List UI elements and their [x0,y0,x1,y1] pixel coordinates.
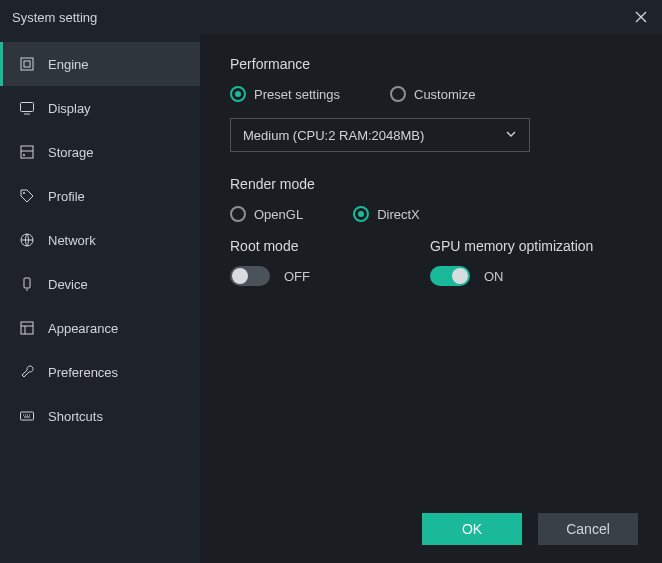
sidebar-item-label: Network [48,233,96,248]
storage-icon [18,143,36,161]
sidebar-item-network[interactable]: Network [0,218,200,262]
render-radio-group: OpenGL DirectX [230,206,420,222]
radio-dot-icon [230,206,246,222]
svg-point-4 [23,154,25,156]
sidebar-item-storage[interactable]: Storage [0,130,200,174]
window-title: System setting [12,10,97,25]
radio-preset-settings[interactable]: Preset settings [230,86,340,102]
ok-button[interactable]: OK [422,513,522,545]
svg-rect-1 [24,61,30,67]
radio-dot-icon [230,86,246,102]
chevron-down-icon [505,128,517,143]
radio-label: DirectX [377,207,420,222]
close-icon [635,11,647,23]
gpu-toggle-label: ON [484,269,504,284]
globe-icon [18,231,36,249]
radio-dot-icon [390,86,406,102]
svg-rect-2 [21,103,34,112]
sidebar-item-appearance[interactable]: Appearance [0,306,200,350]
svg-rect-3 [21,146,33,158]
root-title: Root mode [230,238,370,254]
gpu-optimization-toggle[interactable] [430,266,470,286]
render-title: Render mode [230,176,632,192]
sidebar-item-label: Profile [48,189,85,204]
sidebar-item-engine[interactable]: Engine [0,42,200,86]
sidebar: Engine Display Storage Profile Network D… [0,34,200,563]
toggle-knob-icon [232,268,248,284]
close-button[interactable] [632,8,650,26]
toggle-knob-icon [452,268,468,284]
sidebar-item-label: Storage [48,145,94,160]
svg-rect-0 [21,58,33,70]
svg-rect-9 [21,412,34,420]
sidebar-item-shortcuts[interactable]: Shortcuts [0,394,200,438]
sidebar-item-preferences[interactable]: Preferences [0,350,200,394]
gpu-title: GPU memory optimization [430,238,593,254]
radio-label: Preset settings [254,87,340,102]
sidebar-item-label: Shortcuts [48,409,103,424]
engine-icon [18,55,36,73]
radio-label: OpenGL [254,207,303,222]
performance-radio-group: Preset settings Customize [230,86,475,102]
sidebar-item-label: Device [48,277,88,292]
radio-dot-icon [353,206,369,222]
radio-directx[interactable]: DirectX [353,206,420,222]
sidebar-item-label: Appearance [48,321,118,336]
radio-customize[interactable]: Customize [390,86,475,102]
svg-rect-8 [21,322,33,334]
sidebar-item-label: Display [48,101,91,116]
root-toggle-label: OFF [284,269,310,284]
sidebar-item-label: Preferences [48,365,118,380]
device-icon [18,275,36,293]
radio-label: Customize [414,87,475,102]
main-panel: Performance Preset settings Customize Me… [200,34,662,563]
dropdown-value: Medium (CPU:2 RAM:2048MB) [243,128,424,143]
display-icon [18,99,36,117]
performance-preset-dropdown[interactable]: Medium (CPU:2 RAM:2048MB) [230,118,530,152]
sidebar-item-profile[interactable]: Profile [0,174,200,218]
tag-icon [18,187,36,205]
keyboard-icon [18,407,36,425]
svg-rect-7 [24,278,30,288]
sidebar-item-label: Engine [48,57,88,72]
sidebar-item-device[interactable]: Device [0,262,200,306]
sidebar-item-display[interactable]: Display [0,86,200,130]
appearance-icon [18,319,36,337]
wrench-icon [18,363,36,381]
radio-opengl[interactable]: OpenGL [230,206,303,222]
footer: OK Cancel [422,513,638,545]
titlebar: System setting [0,0,662,34]
root-mode-toggle[interactable] [230,266,270,286]
svg-point-5 [23,192,25,194]
performance-title: Performance [230,56,632,72]
cancel-button[interactable]: Cancel [538,513,638,545]
